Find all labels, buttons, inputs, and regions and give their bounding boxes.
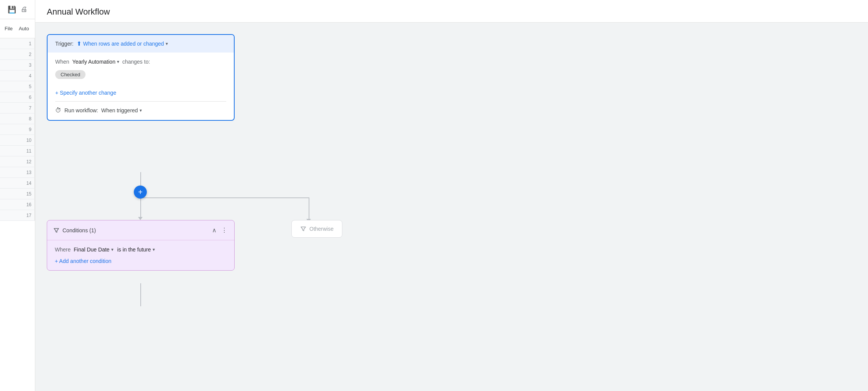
grid-row: 3	[0, 60, 35, 71]
condition-text: is in the future	[117, 246, 151, 253]
auto-menu[interactable]: Auto	[19, 26, 29, 31]
save-icon[interactable]: 💾	[8, 5, 16, 14]
final-due-date-label: Final Due Date	[74, 246, 109, 253]
checked-badge: Checked	[55, 70, 226, 84]
specify-link-text: + Specify another change	[55, 90, 116, 96]
print-icon[interactable]: 🖨	[21, 5, 28, 13]
when-label: When	[55, 59, 69, 65]
trigger-label: Trigger:	[55, 41, 74, 47]
grid-row: 12	[0, 156, 35, 167]
checked-badge-text: Checked	[55, 70, 85, 79]
grid-row: 14	[0, 178, 35, 189]
when-row: When Yearly Automation ▾ changes to:	[55, 59, 226, 65]
grid-row: 7	[0, 103, 35, 113]
run-workflow-dropdown[interactable]: When triggered ▾	[101, 107, 142, 113]
conditions-title: Conditions (1)	[53, 227, 96, 233]
menu-bar: File Auto	[0, 19, 35, 38]
field-chevron-icon: ▾	[117, 59, 119, 64]
otherwise-label: Otherwise	[309, 226, 334, 232]
conditions-actions: ∧ ⋮	[211, 226, 228, 235]
final-due-date-chevron-icon: ▾	[111, 247, 113, 252]
conditions-header: Conditions (1) ∧ ⋮	[47, 220, 234, 240]
workflow-canvas: Trigger: ⬆ When rows are added or change…	[35, 23, 868, 391]
grid-rows: 1 2 3 4 5 6 7 8	[0, 38, 35, 391]
more-icon: ⋮	[221, 227, 227, 234]
otherwise-funnel-icon	[300, 226, 306, 232]
arrow-to-conditions	[138, 217, 143, 220]
run-workflow-label: Run workflow:	[64, 107, 98, 113]
grid-row: 15	[0, 189, 35, 199]
sidebar-top: 💾 🖨	[0, 0, 35, 19]
add-step-button[interactable]: +	[134, 186, 147, 199]
condition-operator-dropdown[interactable]: is in the future ▾	[117, 246, 155, 253]
funnel-icon	[53, 227, 59, 233]
clock-icon: ⏱	[55, 107, 61, 114]
upload-icon: ⬆	[77, 40, 82, 47]
changes-to-label: changes to:	[122, 59, 150, 65]
run-chevron-icon: ▾	[140, 108, 142, 113]
trigger-header: Trigger: ⬆ When rows are added or change…	[48, 35, 234, 53]
add-condition-text: + Add another condition	[55, 258, 112, 264]
grid-row: 1	[0, 38, 35, 49]
trigger-text: When rows are added or changed	[83, 41, 164, 47]
spreadsheet-sidebar: 💾 🖨 File Auto 1 2 3 4 5 6	[0, 0, 35, 391]
workflow-header: Annual Workflow	[35, 0, 868, 23]
connector-line-4	[140, 283, 141, 306]
collapse-button[interactable]: ∧	[211, 226, 217, 235]
grid-row: 13	[0, 167, 35, 178]
run-value-text: When triggered	[101, 107, 138, 113]
divider	[55, 101, 226, 102]
yearly-automation-dropdown[interactable]: Yearly Automation ▾	[72, 59, 119, 65]
trigger-chevron-icon: ▾	[166, 41, 168, 46]
final-due-date-dropdown[interactable]: Final Due Date ▾	[74, 246, 113, 253]
run-workflow-row: ⏱ Run workflow: When triggered ▾	[55, 107, 226, 114]
grid-row: 6	[0, 92, 35, 103]
connector-line-2	[140, 199, 141, 219]
trigger-body: When Yearly Automation ▾ changes to: Che…	[48, 53, 234, 120]
trigger-card: Trigger: ⬆ When rows are added or change…	[47, 34, 235, 121]
connector-horizontal-1	[140, 197, 309, 198]
condition-chevron-icon: ▾	[153, 247, 155, 252]
grid-row: 5	[0, 81, 35, 92]
grid-row: 16	[0, 199, 35, 210]
grid-row: 10	[0, 135, 35, 146]
collapse-icon: ∧	[212, 227, 217, 234]
trigger-dropdown[interactable]: ⬆ When rows are added or changed ▾	[77, 40, 168, 47]
where-label: Where	[55, 246, 71, 253]
specify-another-change-link[interactable]: + Specify another change	[55, 90, 226, 96]
file-menu[interactable]: File	[5, 26, 13, 31]
where-row: Where Final Due Date ▾ is in the future …	[55, 246, 227, 253]
add-condition-link[interactable]: + Add another condition	[55, 258, 227, 264]
grid-row: 11	[0, 146, 35, 156]
main-content: Annual Workflow Trigger: ⬆ When rows are…	[35, 0, 868, 391]
grid-row: 2	[0, 49, 35, 60]
connector-line-3	[309, 197, 309, 220]
grid-row: 4	[0, 71, 35, 81]
conditions-card: Conditions (1) ∧ ⋮ Where Final Due Date	[47, 220, 235, 271]
workflow-title: Annual Workflow	[47, 7, 856, 17]
plus-icon: +	[138, 188, 143, 197]
grid-row: 17	[0, 210, 35, 221]
field-name-label: Yearly Automation	[72, 59, 115, 65]
otherwise-card: Otherwise	[291, 220, 342, 238]
grid-row: 8	[0, 113, 35, 124]
conditions-title-text: Conditions (1)	[62, 227, 96, 233]
more-options-button[interactable]: ⋮	[220, 226, 228, 235]
grid-row: 9	[0, 124, 35, 135]
conditions-body: Where Final Due Date ▾ is in the future …	[47, 240, 234, 270]
